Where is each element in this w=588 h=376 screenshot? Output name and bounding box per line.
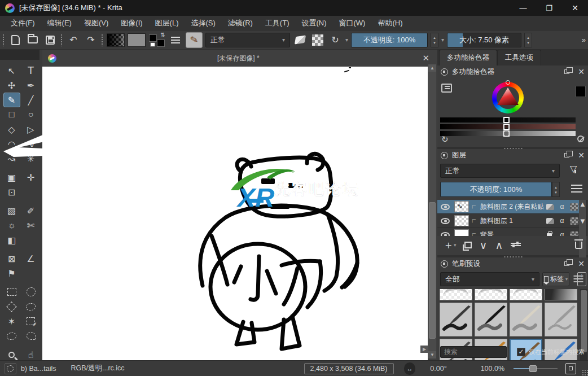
menu-image[interactable]: 图像(I) <box>115 16 148 30</box>
inherit-alpha-icon[interactable] <box>546 204 554 210</box>
brush-presets-popup-button[interactable] <box>168 33 183 47</box>
open-document-button[interactable] <box>25 33 40 47</box>
tool-reference-images[interactable]: ⚑ <box>3 266 20 281</box>
inherit-alpha-icon[interactable] <box>546 218 554 224</box>
add-layer-button[interactable]: ＋▾ <box>443 238 457 252</box>
reload-preset-button[interactable]: ↻ <box>328 33 343 47</box>
tool-move[interactable]: ✛ <box>23 170 40 185</box>
color-history-bar-1[interactable] <box>440 117 576 123</box>
close-button[interactable]: ✕ <box>562 0 588 16</box>
foreground-background-colors[interactable]: ⇅ <box>148 33 165 47</box>
image-size-label[interactable]: 2,480 x 3,508 (34.6 MiB) <box>304 363 394 374</box>
tool-freehand-brush[interactable]: ✎ <box>3 93 20 107</box>
canvas-vertical-scrollbar[interactable]: ▲ ▼ <box>428 64 436 358</box>
tool-freehand-path[interactable]: ∿ <box>23 137 40 151</box>
menu-settings[interactable]: 设置(N) <box>295 16 332 30</box>
tool-calligraphy[interactable]: ✒ <box>23 78 40 93</box>
layer-opacity-spinner[interactable]: ▴▾ <box>552 182 560 197</box>
menu-filter[interactable]: 滤镜(R) <box>222 16 259 30</box>
layer-properties-button[interactable] <box>511 241 521 249</box>
float-docker-icon[interactable] <box>564 69 569 74</box>
bar-handle[interactable] <box>503 130 510 137</box>
new-document-button[interactable] <box>8 33 23 47</box>
color-history-bar-2[interactable] <box>440 124 576 129</box>
brush-view-mode-button[interactable]: ⁝ <box>577 272 586 286</box>
duplicate-layer-button[interactable] <box>464 242 472 248</box>
menu-help[interactable]: 帮助(H) <box>371 16 409 30</box>
menu-select[interactable]: 选择(S) <box>185 16 221 30</box>
canvas-rotation-value[interactable]: 0.00° <box>430 365 446 373</box>
subwindow-title-bar[interactable]: [未保存图像] * ✕ <box>42 50 437 67</box>
toolbar-drag-handle[interactable] <box>101 34 104 46</box>
memory-gauge-icon[interactable]: ↔ <box>404 362 416 375</box>
layer-row-paint-2[interactable]: ∟ 颜料图层 2 (来自粘贴) α <box>437 200 580 214</box>
alpha-lock-icon[interactable]: α <box>557 202 567 211</box>
redo-button[interactable]: ↷ <box>84 33 98 47</box>
alpha-channel-icon[interactable] <box>570 203 578 211</box>
menu-view[interactable]: 视图(V) <box>78 16 115 30</box>
visibility-eye-icon[interactable] <box>441 232 450 237</box>
visibility-eye-icon[interactable] <box>441 218 450 224</box>
tool-ellipse-select[interactable] <box>23 285 40 299</box>
menu-file[interactable]: 文件(F) <box>5 16 41 30</box>
opacity-slider[interactable]: 不透明度: 100% <box>351 33 428 47</box>
alpha-channel-icon[interactable] <box>570 231 578 237</box>
reload-dropdown-arrow[interactable]: ▾ <box>345 37 348 43</box>
menu-tools[interactable]: 工具(T) <box>259 16 296 30</box>
alpha-lock-icon[interactable]: α <box>557 230 567 236</box>
layer-options-icon[interactable] <box>571 185 582 193</box>
subwindow-close-icon[interactable]: ✕ <box>420 53 432 63</box>
tool-ellipse[interactable]: ○ <box>23 107 40 122</box>
brush-preset-pen[interactable] <box>545 303 577 336</box>
eraser-mode-button[interactable] <box>293 33 308 47</box>
tool-line[interactable]: ╱ <box>23 93 40 107</box>
toolbar-drag-handle[interactable] <box>2 34 5 46</box>
tab-tool-options[interactable]: 工具选项 <box>497 50 541 65</box>
save-button[interactable] <box>43 33 58 47</box>
layer-locked-icon[interactable] <box>547 233 552 237</box>
tool-polygon[interactable]: ◇ <box>3 122 20 137</box>
layer-list-scrollbar[interactable]: ▲ ▼ <box>580 200 587 236</box>
tool-polygon-select[interactable] <box>3 299 20 314</box>
brush-preset-smudge[interactable] <box>545 289 577 300</box>
alpha-channel-icon[interactable] <box>570 217 578 225</box>
brush-preset-pen[interactable] <box>440 303 472 336</box>
layer-blend-mode-dropdown[interactable]: 正常 ▾ <box>440 164 560 178</box>
selection-display-mode-button[interactable] <box>5 363 16 374</box>
swap-colors-icon[interactable]: ⇅ <box>161 32 165 38</box>
brush-preset-eraser[interactable] <box>510 289 542 300</box>
undo-button[interactable]: ↶ <box>66 33 81 47</box>
visibility-eye-icon[interactable] <box>441 204 450 210</box>
tool-similar-select[interactable]: ✶ <box>3 314 20 329</box>
tool-measure[interactable]: ∠ <box>23 251 40 266</box>
brush-filter-dropdown[interactable]: 全部 ▾ <box>440 272 539 286</box>
maximize-button[interactable]: ❐ <box>536 0 562 16</box>
toolbar-overflow-button[interactable]: » <box>582 36 586 44</box>
brush-size-slider[interactable]: 大小: 7.50 像素 <box>447 33 521 47</box>
close-docker-icon[interactable]: ✕ <box>578 68 585 76</box>
tool-freehand-select[interactable] <box>23 299 40 314</box>
float-docker-icon[interactable] <box>564 153 569 158</box>
docker-lock-icon[interactable] <box>441 260 448 268</box>
menu-layer[interactable]: 图层(L) <box>149 16 185 30</box>
blend-mode-dropdown[interactable]: 正常 ▾ <box>205 33 290 47</box>
tool-pointer[interactable]: ↖ <box>3 63 20 78</box>
tool-pattern-edit[interactable]: ☼ <box>3 218 20 233</box>
close-docker-icon[interactable]: ✕ <box>578 151 585 159</box>
tool-transform[interactable]: ▣ <box>3 170 20 185</box>
zoom-slider[interactable] <box>514 365 558 373</box>
bar-handle[interactable] <box>503 117 510 123</box>
refresh-colors-icon[interactable]: ↻ <box>441 134 449 145</box>
tool-dynamic-brush[interactable]: ↝ <box>3 151 20 166</box>
scroll-thumb[interactable] <box>581 290 587 352</box>
tags-button[interactable]: 标签 ▾ <box>542 272 569 286</box>
layer-opacity-slider[interactable]: 不透明度: 100% <box>440 182 552 197</box>
tool-rect-select[interactable] <box>3 285 20 299</box>
tool-fill[interactable]: ◧ <box>3 233 20 247</box>
opacity-dropdown-arrow[interactable]: ▾ <box>441 37 444 43</box>
alpha-lock-icon[interactable]: α <box>557 216 567 225</box>
tool-bezier-select[interactable] <box>3 329 20 343</box>
current-color-swatch[interactable] <box>576 86 586 97</box>
reset-colors-swatch[interactable] <box>150 42 155 47</box>
foreground-color-swatch[interactable] <box>149 34 157 42</box>
